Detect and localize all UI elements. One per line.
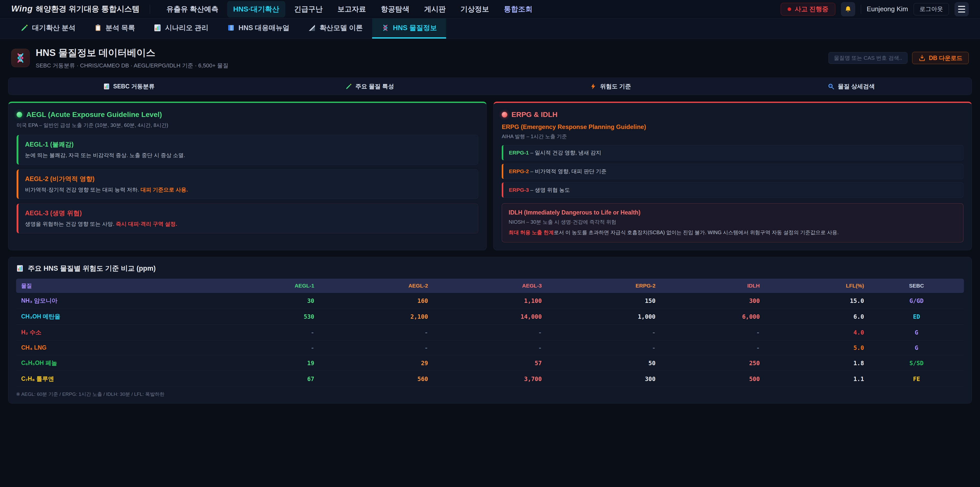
substance-search-input[interactable] bbox=[829, 52, 907, 64]
ruler-icon bbox=[308, 24, 316, 32]
value-sebc: FE bbox=[869, 371, 964, 387]
section-nav-detail-search[interactable]: 물질 상세검색 bbox=[731, 78, 972, 95]
chart-icon bbox=[153, 24, 162, 32]
page-subtitle: SEBC 거동분류 · CHRIS/CAMEO DB · AEGL/ERPG/I… bbox=[36, 62, 228, 69]
criteria-panels: AEGL (Acute Exposure Guideline Level) 미국… bbox=[8, 102, 972, 250]
value-lfl: 15.0 bbox=[765, 293, 869, 309]
value-sebc: G bbox=[869, 340, 964, 355]
value-idlh: - bbox=[660, 340, 765, 355]
hamburger-icon bbox=[958, 6, 965, 13]
substance-name: C₆H₅OH 페놀 bbox=[16, 355, 215, 371]
value-sebc: G/GD bbox=[869, 293, 964, 309]
substance-name: C₇H₈ 톨루엔 bbox=[16, 371, 215, 387]
risk-comparison-table: 물질AEGL-1AEGL-2AEGL-3ERPG-2IDLHLFL(%)SEBC… bbox=[16, 279, 964, 387]
page-title: HNS 물질정보 데이터베이스 bbox=[36, 46, 228, 59]
topnav-right: 사고 진행중 Eunjeong Kim 로그아웃 bbox=[781, 2, 969, 16]
header-actions: DB 다운로드 bbox=[829, 52, 969, 64]
section-nav-properties[interactable]: 주요 물질 특성 bbox=[249, 78, 490, 95]
idlh-title: IDLH (Immediately Dangerous to Life or H… bbox=[509, 209, 956, 216]
erpg-1-row: ERPG-1 – 일시적 건강 영향, 냄새 감지 bbox=[502, 145, 963, 160]
bell-icon bbox=[844, 5, 852, 13]
erpg-1-label: ERPG-1 bbox=[509, 150, 529, 155]
value-idlh: 6,000 bbox=[660, 309, 765, 324]
menu-item-aerial-search[interactable]: 항공탐색 bbox=[375, 1, 415, 18]
page-heading-group: HNS 물질정보 데이터베이스 SEBC 거동분류 · CHRIS/CAMEO … bbox=[36, 46, 228, 69]
aegl-2-desc: 비가역적·장기적 건강 영향 또는 대피 능력 저하. 대피 기준으로 사용. bbox=[25, 186, 471, 194]
menu-item-hns-dispersion[interactable]: HNS·대기확산 bbox=[227, 1, 285, 18]
section-nav-label: 물질 상세검색 bbox=[838, 83, 875, 90]
column-header: SEBC bbox=[869, 279, 964, 293]
menu-item-reports[interactable]: 보고자료 bbox=[331, 1, 372, 18]
tab-dispersion-analysis[interactable]: 대기확산 분석 bbox=[11, 18, 85, 38]
table-row: NH₃ 암모니아301601,10015030015.0G/GD bbox=[16, 293, 964, 309]
value-aegl2: - bbox=[319, 324, 433, 340]
tab-scenario-management[interactable]: 시나리오 관리 bbox=[144, 18, 218, 38]
dna-icon bbox=[381, 24, 390, 32]
column-header: AEGL-1 bbox=[215, 279, 320, 293]
column-header: AEGL-3 bbox=[433, 279, 547, 293]
value-idlh: 300 bbox=[660, 293, 765, 309]
value-aegl1: 19 bbox=[215, 355, 320, 371]
value-lfl: 6.0 bbox=[765, 309, 869, 324]
search-icon bbox=[828, 83, 835, 90]
value-aegl2: 29 bbox=[319, 355, 433, 371]
pen-icon bbox=[345, 83, 352, 90]
clipboard-icon bbox=[94, 24, 102, 32]
column-header: LFL(%) bbox=[765, 279, 869, 293]
dna-icon bbox=[15, 52, 26, 64]
top-navigation: Wing 해양환경 위기대응 통합시스템 유출유 확산예측 HNS·대기확산 긴… bbox=[0, 0, 980, 18]
value-aegl1: 30 bbox=[215, 293, 320, 309]
chart-icon bbox=[103, 83, 110, 90]
aegl-1-title: AEGL-1 (불쾌감) bbox=[25, 140, 471, 148]
menu-item-integrated-search[interactable]: 통합조회 bbox=[498, 1, 538, 18]
tab-model-theory[interactable]: 확산모델 이론 bbox=[299, 18, 372, 38]
menu-toggle-button[interactable] bbox=[955, 2, 969, 16]
section-nav-risk-criteria[interactable]: 위험도 기준 bbox=[490, 78, 731, 95]
aegl-title-text: AEGL (Acute Exposure Guideline Level) bbox=[26, 110, 162, 119]
tab-analysis-list[interactable]: 분석 목록 bbox=[85, 18, 145, 38]
logo-mark: Wing bbox=[11, 4, 33, 14]
section-nav-label: 위험도 기준 bbox=[600, 83, 631, 90]
tab-label: 분석 목록 bbox=[106, 23, 135, 32]
main-menu: 유출유 확산예측 HNS·대기확산 긴급구난 보고자료 항공탐색 게시판 기상정… bbox=[160, 1, 538, 18]
table-footnote: ※ AEGL: 60분 기준 / ERPG: 1시간 노출 / IDLH: 30… bbox=[16, 391, 964, 398]
menu-item-weather[interactable]: 기상정보 bbox=[454, 1, 495, 18]
erpg-3-row: ERPG-3 – 생명 위협 농도 bbox=[502, 182, 963, 198]
tab-label: 시나리오 관리 bbox=[165, 23, 208, 32]
incident-status-badge[interactable]: 사고 진행중 bbox=[781, 3, 835, 16]
risk-comparison-card: 주요 HNS 물질별 위험도 기준 비교 (ppm) 물질AEGL-1AEGL-… bbox=[8, 257, 972, 404]
tab-label: 확산모델 이론 bbox=[320, 23, 363, 32]
erpg-2-desc: 비가역적 영향, 대피 판단 기준 bbox=[535, 168, 607, 174]
tab-hns-substance-info[interactable]: HNS 물질정보 bbox=[372, 18, 446, 38]
menu-item-board[interactable]: 게시판 bbox=[418, 1, 452, 18]
aegl-panel: AEGL (Acute Exposure Guideline Level) 미국… bbox=[8, 102, 487, 250]
value-aegl1: 67 bbox=[215, 371, 320, 387]
tab-hns-manual[interactable]: HNS 대응매뉴얼 bbox=[218, 18, 299, 38]
notifications-button[interactable] bbox=[841, 2, 855, 16]
value-aegl3: - bbox=[433, 340, 547, 355]
erpg-3-label: ERPG-3 bbox=[509, 187, 529, 193]
substance-name: NH₃ 암모니아 bbox=[16, 293, 215, 309]
column-header: IDLH bbox=[660, 279, 765, 293]
erpg-2-row: ERPG-2 – 비가역적 영향, 대피 판단 기준 bbox=[502, 164, 963, 179]
user-name: Eunjeong Kim bbox=[867, 5, 908, 13]
logout-button[interactable]: 로그아웃 bbox=[914, 3, 949, 15]
erpg-1-desc: 일시적 건강 영향, 냄새 감지 bbox=[535, 150, 601, 155]
download-icon bbox=[918, 54, 926, 62]
tab-label: HNS 물질정보 bbox=[393, 23, 437, 32]
table-row: CH₄ LNG-----5.0G bbox=[16, 340, 964, 355]
erpg-heading: ERPG (Emergency Response Planning Guidel… bbox=[502, 123, 963, 131]
database-icon-box bbox=[11, 49, 30, 67]
table-body: NH₃ 암모니아301601,10015030015.0G/GDCH₃OH 메탄… bbox=[16, 293, 964, 387]
value-lfl: 4.0 bbox=[765, 324, 869, 340]
value-lfl: 5.0 bbox=[765, 340, 869, 355]
value-aegl1: - bbox=[215, 324, 320, 340]
section-nav-sebc[interactable]: SEBC 거동분류 bbox=[8, 78, 249, 95]
value-aegl2: - bbox=[319, 340, 433, 355]
db-download-button[interactable]: DB 다운로드 bbox=[912, 52, 969, 64]
green-dot-icon bbox=[17, 112, 22, 118]
substance-name: CH₃OH 메탄올 bbox=[16, 309, 215, 324]
tab-label: HNS 대응매뉴얼 bbox=[239, 23, 290, 32]
menu-item-rescue[interactable]: 긴급구난 bbox=[288, 1, 329, 18]
menu-item-oil-spill[interactable]: 유출유 확산예측 bbox=[160, 1, 224, 18]
